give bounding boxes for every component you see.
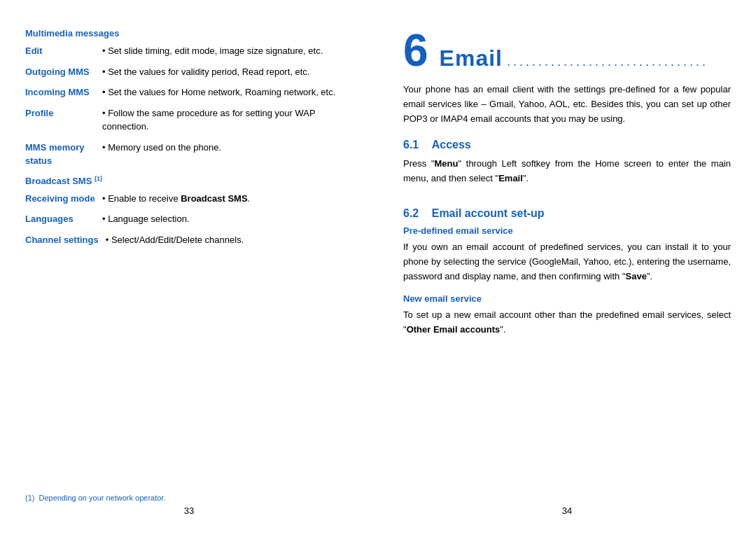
predefined-body: If you own an email account of predefine… [403,240,731,284]
row-key: MMS memorystatus [25,141,102,168]
table-row: Outgoing MMS • Set the values for validi… [25,65,353,79]
section-6-1-title: 6.1 Access [403,139,731,151]
chapter-number: 6 [403,28,428,73]
section-6-2-title: 6.2 Email account set-up [403,207,731,220]
row-val: • Follow the same procedure as for setti… [102,106,353,134]
section-6-2-label: Email account set-up [432,207,545,219]
footnote-superscript: (1) [25,494,34,502]
row-val: • Set the values for validity period, Re… [102,65,353,79]
row-key: Languages [25,212,102,226]
row-key: Outgoing MMS [25,65,102,79]
table-row: MMS memorystatus • Memory used on the ph… [25,141,353,168]
table-row: Channel settings • Select/Add/Edit/Delet… [25,233,353,247]
section-6-1: 6.1 Access Press "Menu" through Left sof… [403,139,731,197]
table-row: Incoming MMS • Set the values for Home n… [25,85,353,99]
table-row: Receiving mode • Enable to receive Broad… [25,192,353,206]
table-row: Languages • Language selection. [25,212,353,226]
page-number-left: 33 [184,505,194,516]
new-email-body: To set up a new email account other than… [403,308,731,337]
subsection-predefined: Pre-defined email service If you own an … [403,225,731,284]
row-val: • Enable to receive Broadcast SMS. [102,192,353,206]
right-page: 6 Email ................................… [378,0,756,537]
section-6-1-label: Access [432,139,471,151]
row-val: • Language selection. [102,212,353,226]
subsection-new-email: New email service To set up a new email … [403,293,731,337]
row-key: Receiving mode [25,192,102,206]
row-key: Edit [25,44,102,58]
predefined-header: Pre-defined email service [403,225,731,236]
chapter-dots: ................................ [507,55,708,69]
chapter-intro: Your phone has an email client with the … [403,83,731,126]
multimedia-messages-header: Multimedia messages [25,28,353,39]
row-val: • Memory used on the phone. [102,141,353,155]
table-row: Edit • Set slide timing, edit mode, imag… [25,44,353,58]
section-6-1-num: 6.1 [403,139,419,151]
page-number-right: 34 [562,505,572,516]
left-page: Multimedia messages Edit • Set slide tim… [0,0,378,537]
footnote: (1) Depending on your network operator. [25,494,353,502]
row-key: Incoming MMS [25,85,102,99]
section-6-2-num: 6.2 [403,207,419,219]
broadcast-sms-header: Broadcast SMS (1) [25,175,353,186]
row-key: Channel settings [25,233,106,247]
section-6-1-body: Press "Menu" through Left softkey from t… [403,157,731,186]
chapter-title: Email [440,46,503,71]
broadcast-sms-section: Broadcast SMS (1) Receiving mode • Enabl… [25,175,353,247]
row-key: Profile [25,106,102,120]
chapter-header: 6 Email ................................ [403,28,731,73]
new-email-header: New email service [403,293,731,304]
section-6-2: 6.2 Email account set-up Pre-defined ema… [403,207,731,347]
footnote-text: Depending on your network operator. [38,494,165,502]
row-val: • Set slide timing, edit mode, image siz… [102,44,353,58]
row-val: • Select/Add/Edit/Delete channels. [106,233,353,247]
table-row: Profile • Follow the same procedure as f… [25,106,353,134]
row-val: • Set the values for Home network, Roami… [102,85,353,99]
left-page-content: Multimedia messages Edit • Set slide tim… [25,28,353,509]
